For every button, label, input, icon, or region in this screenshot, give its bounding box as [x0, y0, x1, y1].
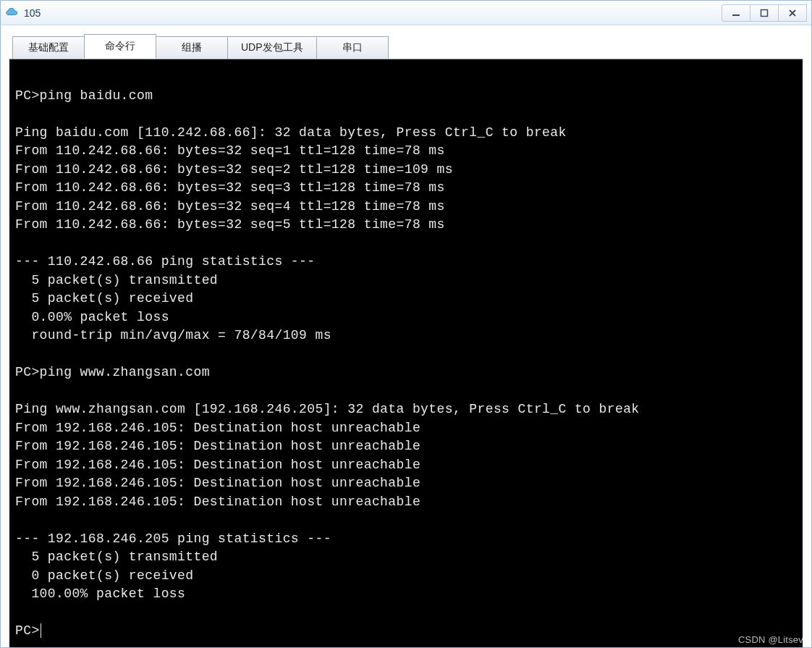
svg-rect-1: [761, 9, 768, 16]
window-controls: [722, 4, 807, 22]
maximize-button[interactable]: [750, 4, 779, 22]
close-button[interactable]: [778, 4, 807, 22]
app-window: 105 基础配置 命令行 组播 UDP发包工具 串口 PC>ping baidu…: [0, 0, 812, 648]
terminal-output[interactable]: PC>ping baidu.com Ping baidu.com [110.24…: [9, 59, 803, 647]
tab-udp-tool[interactable]: UDP发包工具: [227, 36, 317, 59]
terminal-cursor: [41, 623, 41, 638]
titlebar-left: 105: [5, 6, 41, 20]
tab-command-line[interactable]: 命令行: [84, 34, 156, 59]
cloud-icon: [5, 6, 20, 20]
tab-multicast[interactable]: 组播: [156, 36, 228, 59]
tab-serial[interactable]: 串口: [316, 36, 389, 59]
window-title: 105: [24, 7, 41, 19]
titlebar[interactable]: 105: [1, 1, 811, 25]
terminal-panel: PC>ping baidu.com Ping baidu.com [110.24…: [9, 59, 803, 647]
minimize-button[interactable]: [722, 4, 750, 22]
tab-basic-config[interactable]: 基础配置: [12, 36, 85, 59]
svg-rect-0: [732, 14, 740, 16]
tabbar: 基础配置 命令行 组播 UDP发包工具 串口: [1, 25, 811, 59]
